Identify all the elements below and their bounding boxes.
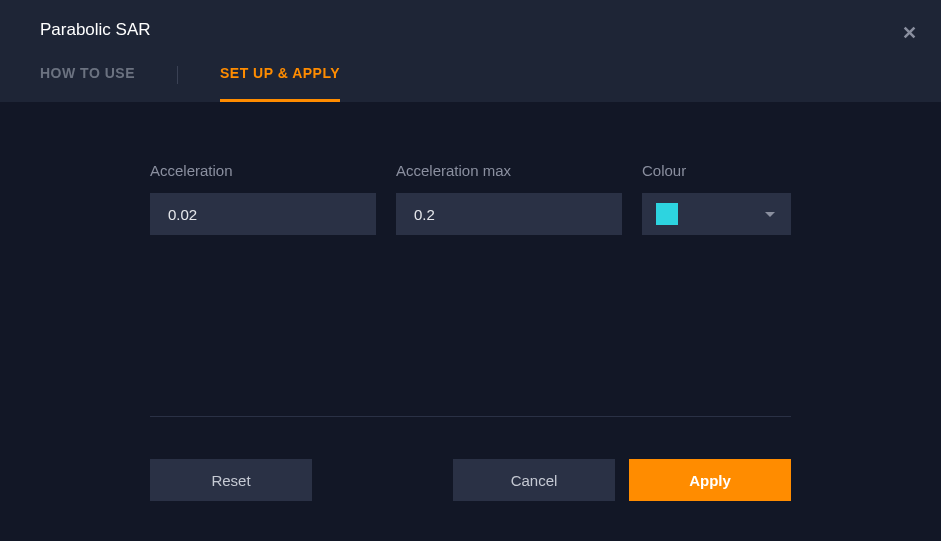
fields-row: Acceleration Acceleration max Colour <box>150 162 791 235</box>
chevron-down-icon <box>765 212 775 217</box>
colour-label: Colour <box>642 162 791 179</box>
colour-field: Colour <box>642 162 791 235</box>
close-button[interactable]: ✕ <box>902 22 917 44</box>
modal-title: Parabolic SAR <box>40 20 901 40</box>
tab-divider <box>177 66 178 84</box>
modal-body: Acceleration Acceleration max Colour Res… <box>0 102 941 541</box>
acceleration-input[interactable] <box>150 193 376 235</box>
tab-how-to-use[interactable]: HOW TO USE <box>40 65 135 102</box>
acceleration-field: Acceleration <box>150 162 376 235</box>
acceleration-label: Acceleration <box>150 162 376 179</box>
footer-buttons: Reset Cancel Apply <box>150 459 791 501</box>
reset-button[interactable]: Reset <box>150 459 312 501</box>
cancel-button[interactable]: Cancel <box>453 459 615 501</box>
parabolic-sar-modal: Parabolic SAR ✕ HOW TO USE SET UP & APPL… <box>0 0 941 541</box>
colour-select[interactable] <box>642 193 791 235</box>
acceleration-max-field: Acceleration max <box>396 162 622 235</box>
close-icon: ✕ <box>902 23 917 43</box>
acceleration-max-label: Acceleration max <box>396 162 622 179</box>
tab-setup-apply[interactable]: SET UP & APPLY <box>220 65 340 102</box>
divider <box>150 416 791 417</box>
colour-swatch <box>656 203 678 225</box>
apply-button[interactable]: Apply <box>629 459 791 501</box>
acceleration-max-input[interactable] <box>396 193 622 235</box>
modal-header: Parabolic SAR ✕ HOW TO USE SET UP & APPL… <box>0 0 941 102</box>
tabs-bar: HOW TO USE SET UP & APPLY <box>40 65 901 102</box>
